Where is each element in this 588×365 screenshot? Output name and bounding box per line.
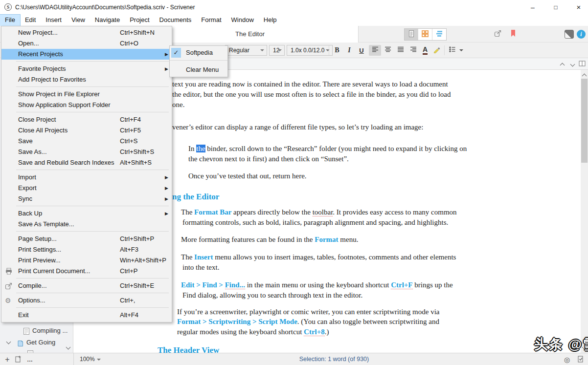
editor-text-line: into the text. [182,262,219,273]
menu-item-label: Save As Template... [18,219,74,230]
compose-mode-button[interactable] [565,30,574,39]
menu-item-close-all-projects[interactable]: Close All ProjectsCtrl+F5 [1,125,172,136]
menu-item-show-application-support-folder[interactable]: Show Application Support Folder [1,100,172,110]
file-menu: New Project...Ctrl+Shift+NOpen...Ctrl+OR… [1,26,172,322]
menu-item-shortcut: Ctrl+O [120,38,138,49]
menubar-item-documents[interactable]: Documents [155,15,197,26]
minimize-button[interactable]: – [521,0,544,15]
navigate-back-button[interactable] [558,61,566,68]
font-size-combobox[interactable]: 12 [269,45,285,56]
menu-item-recent-projects[interactable]: Recent Projects▶ [1,49,172,60]
align-center-button[interactable] [382,45,394,56]
binder-item[interactable] [0,349,73,353]
list-icon [449,45,456,55]
menu-item-print-preview[interactable]: Print Preview...Win+Alt+Shift+P [1,255,172,266]
align-justify-button[interactable] [394,45,407,56]
scroll-up-icon[interactable] [580,71,588,79]
menu-item-compile[interactable]: Compile...Ctrl+Shift+E [1,280,172,291]
binder-item-get-going[interactable]: Get Going [0,338,73,348]
list-dropdown-arrow[interactable] [458,45,465,56]
add-item-button[interactable]: + [3,355,12,364]
more-options-button[interactable]: … [25,355,34,364]
italic-button[interactable]: I [343,45,355,56]
menu-item-exit[interactable]: ExitAlt+F4 [1,310,172,321]
menu-item-page-setup[interactable]: Page Setup...Ctrl+Shift+P [1,234,172,244]
menu-item-new-project[interactable]: New Project...Ctrl+Shift+N [1,27,172,38]
align-right-button[interactable] [407,45,419,56]
quick-reference-button[interactable] [493,29,503,39]
menu-item-label: Close Project [18,114,56,125]
list-button[interactable] [447,45,458,56]
menu-item-print-current-document[interactable]: Print Current Document...Ctrl+P [1,266,172,277]
scrollbar-thumb[interactable] [581,79,588,163]
title-bar: S C:\Users\WDAGUtilityAccount\Documents\… [0,0,588,15]
line-spacing-value: 1.0x 0.0/12.0 [291,47,324,54]
menu-item-sync[interactable]: Sync▶ [1,193,172,204]
menu-item-label: Show Project in File Explorer [18,89,100,100]
maximize-button[interactable]: □ [544,0,567,15]
add-document-button[interactable] [14,355,23,364]
menu-item-label: Add Project to Favorites [18,74,86,85]
menu-item-shortcut: Alt+Shift+S [120,157,152,168]
menu-item-save[interactable]: SaveCtrl+S [1,136,172,147]
focus-mode-button[interactable]: ◎ [563,355,571,364]
menubar-item-project[interactable]: Project [125,15,154,26]
editor-scrollbar[interactable] [581,70,588,353]
menu-item-open[interactable]: Open...Ctrl+O [1,38,172,49]
inspector-info-button[interactable]: i [577,30,586,39]
menu-bar: FileEditInsertViewNavigateProjectDocumen… [0,15,588,26]
menu-item-close-project[interactable]: Close ProjectCtrl+F4 [1,114,172,125]
menu-item-label: Save As... [18,147,47,157]
highlighter-icon [433,45,441,55]
menu-item-favorite-projects[interactable]: Favorite Projects▶ [1,64,172,74]
line-spacing-combobox[interactable]: 1.0x 0.0/12.0 [287,45,333,56]
outliner-view-button[interactable] [432,29,446,40]
menu-item-shortcut: Alt+F3 [120,244,138,255]
share-icon [494,29,502,39]
binder-item-compiling[interactable]: Compiling ... [0,326,73,336]
menubar-item-window[interactable]: Window [226,15,259,26]
navigate-forward-button[interactable] [568,61,577,68]
menu-item-print-settings[interactable]: Print Settings...Alt+F3 [1,244,172,255]
zoom-control[interactable]: 100% [80,356,101,363]
underline-button[interactable]: U [356,45,367,56]
menubar-item-view[interactable]: View [67,15,90,26]
editor-text-line: Find dialog, allowing you to search thro… [182,290,362,301]
document-view-button[interactable] [405,29,418,40]
text-color-button[interactable]: A [420,45,430,56]
menubar-item-insert[interactable]: Insert [41,15,67,26]
page-view-button[interactable] [576,355,585,364]
menu-item-save-as[interactable]: Save As...Ctrl+Shift+S [1,147,172,157]
menubar-item-edit[interactable]: Edit [20,15,41,26]
menu-item-label: Save and Rebuild Search Indexes [18,157,114,168]
menu-item-save-and-rebuild-search-indexes[interactable]: Save and Rebuild Search IndexesAlt+Shift… [1,157,172,168]
highlight-button[interactable] [431,45,442,56]
align-left-button[interactable] [369,45,381,56]
menu-item-import[interactable]: Import▶ [1,172,172,183]
bold-button[interactable]: B [331,45,343,56]
menu-item-add-project-to-favorites[interactable]: Add Project to Favorites [1,74,172,85]
submenu-item-clear-menu[interactable]: Clear Menu [170,64,227,75]
menubar-item-file[interactable]: File [0,15,20,26]
expand-chevron-icon[interactable] [6,340,11,344]
menu-item-export[interactable]: Export▶ [1,183,172,193]
submenu-item-softpedia[interactable]: ✓Softpedia [170,47,227,58]
bookmarks-button[interactable] [508,29,519,39]
menu-item-save-as-template[interactable]: Save As Template... [1,219,172,230]
split-editor-button[interactable] [578,61,587,68]
style-combobox[interactable]: Regular [225,45,267,56]
menubar-item-format[interactable]: Format [196,15,226,26]
editor-text-line: The Format Bar appears directly below th… [181,207,457,217]
scrivener-logo-icon: S [4,3,12,11]
selected-text: the [196,145,205,152]
menubar-item-help[interactable]: Help [259,15,282,26]
menu-item-label: Compile... [18,280,47,291]
menubar-item-navigate[interactable]: Navigate [90,15,125,26]
corkboard-view-button[interactable] [418,29,432,40]
menu-item-label: Recent Projects [18,49,63,60]
close-button[interactable]: × [567,0,588,15]
menu-item-label: Open... [18,38,39,49]
menu-item-options[interactable]: ⚙Options...Ctrl+, [1,295,172,306]
menu-item-back-up[interactable]: Back Up▶ [1,208,172,219]
menu-item-show-project-in-file-explorer[interactable]: Show Project in File Explorer [1,89,172,100]
